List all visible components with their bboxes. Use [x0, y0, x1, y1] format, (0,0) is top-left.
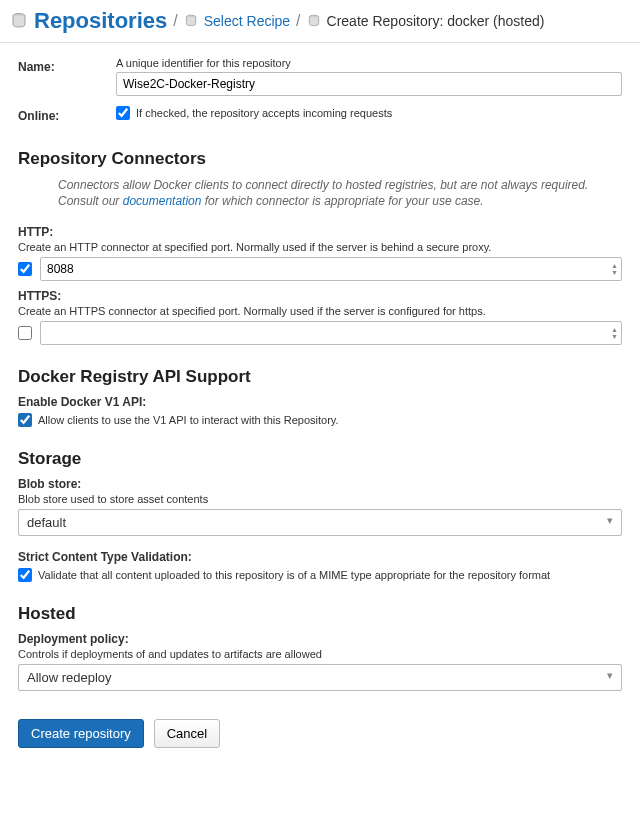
connectors-note: Connectors allow Docker clients to conne… [18, 177, 622, 217]
http-helper: Create an HTTP connector at specified po… [18, 241, 622, 253]
breadcrumb-select-recipe[interactable]: Select Recipe [204, 13, 290, 29]
name-label: Name: [18, 57, 116, 74]
form-body: Name: A unique identifier for this repos… [0, 43, 640, 705]
online-desc: If checked, the repository accepts incom… [136, 107, 392, 119]
blob-store-select[interactable]: default [18, 509, 622, 536]
https-spinner[interactable]: ▲▼ [609, 322, 620, 344]
deployment-policy-select[interactable]: Allow redeploy [18, 664, 622, 691]
section-hosted: Hosted [18, 604, 622, 624]
chevron-down-icon[interactable]: ▼ [609, 269, 620, 276]
blob-helper: Blob store used to store asset contents [18, 493, 622, 505]
policy-label: Deployment policy: [18, 632, 622, 646]
online-label: Online: [18, 106, 116, 123]
strict-desc: Validate that all content uploaded to th… [38, 569, 550, 581]
button-row: Create repository Cancel [0, 705, 640, 766]
database-icon [184, 14, 198, 29]
chevron-up-icon[interactable]: ▲ [609, 262, 620, 269]
https-row: ▲▼ [18, 321, 622, 345]
https-helper: Create an HTTPS connector at specified p… [18, 305, 622, 317]
chevron-down-icon[interactable]: ▼ [609, 333, 620, 340]
v1-label: Enable Docker V1 API: [18, 395, 622, 409]
chevron-up-icon[interactable]: ▲ [609, 326, 620, 333]
http-label: HTTP: [18, 225, 622, 239]
http-row: ▲▼ [18, 257, 622, 281]
http-enable-checkbox[interactable] [18, 262, 32, 276]
strict-label: Strict Content Type Validation: [18, 550, 622, 564]
blob-label: Blob store: [18, 477, 622, 491]
breadcrumb: Repositories / Select Recipe / Create Re… [0, 0, 640, 43]
breadcrumb-sep: / [296, 12, 300, 30]
breadcrumb-root[interactable]: Repositories [34, 8, 167, 34]
v1-desc: Allow clients to use the V1 API to inter… [38, 414, 339, 426]
section-api: Docker Registry API Support [18, 367, 622, 387]
https-enable-checkbox[interactable] [18, 326, 32, 340]
documentation-link[interactable]: documentation [123, 194, 202, 208]
section-connectors: Repository Connectors [18, 149, 622, 169]
create-repository-button[interactable]: Create repository [18, 719, 144, 748]
v1-api-checkbox[interactable] [18, 413, 32, 427]
section-storage: Storage [18, 449, 622, 469]
name-input[interactable] [116, 72, 622, 96]
https-port-input[interactable] [40, 321, 622, 345]
cancel-button[interactable]: Cancel [154, 719, 220, 748]
breadcrumb-current: Create Repository: docker (hosted) [327, 13, 545, 29]
name-helper: A unique identifier for this repository [116, 57, 622, 69]
http-port-input[interactable] [40, 257, 622, 281]
field-online: Online: If checked, the repository accep… [18, 106, 622, 123]
field-name: Name: A unique identifier for this repos… [18, 57, 622, 96]
connectors-note-post: for which connector is appropriate for y… [201, 194, 483, 208]
policy-helper: Controls if deployments of and updates t… [18, 648, 622, 660]
database-icon [10, 12, 28, 30]
breadcrumb-sep: / [173, 12, 177, 30]
http-spinner[interactable]: ▲▼ [609, 258, 620, 280]
database-icon [307, 14, 321, 29]
online-checkbox[interactable] [116, 106, 130, 120]
https-label: HTTPS: [18, 289, 622, 303]
strict-validation-checkbox[interactable] [18, 568, 32, 582]
